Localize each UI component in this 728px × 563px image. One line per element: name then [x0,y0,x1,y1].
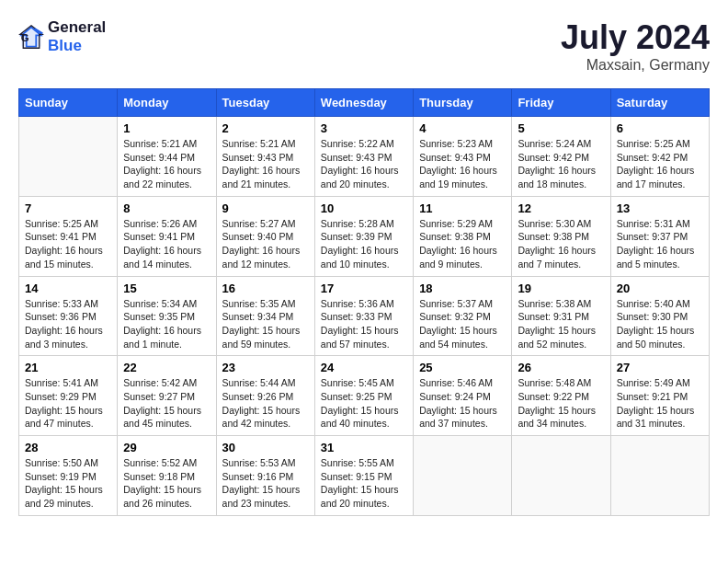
day-number: 4 [419,121,506,135]
month-title: July 2024 [561,18,710,57]
day-number: 7 [25,201,111,215]
day-number: 9 [222,201,309,215]
day-number: 31 [321,441,407,454]
day-info: Sunrise: 5:37 AM Sunset: 9:32 PM Dayligh… [419,297,506,351]
weekday-header-sunday: Sunday [19,89,118,117]
day-number: 1 [123,121,210,135]
day-info: Sunrise: 5:49 AM Sunset: 9:21 PM Dayligh… [617,376,703,431]
calendar-cell: 12Sunrise: 5:30 AM Sunset: 9:38 PM Dayli… [512,196,610,276]
day-info: Sunrise: 5:48 AM Sunset: 9:22 PM Dayligh… [518,376,604,431]
day-info: Sunrise: 5:26 AM Sunset: 9:41 PM Dayligh… [123,217,210,271]
day-info: Sunrise: 5:29 AM Sunset: 9:38 PM Dayligh… [419,217,506,271]
calendar-cell: 28Sunrise: 5:50 AM Sunset: 9:19 PM Dayli… [19,436,118,516]
page-header: G General Blue July 2024 Maxsain, German… [18,18,710,74]
calendar-cell: 1Sunrise: 5:21 AM Sunset: 9:44 PM Daylig… [118,117,216,197]
weekday-header-thursday: Thursday [414,89,512,117]
calendar-table: SundayMondayTuesdayWednesdayThursdayFrid… [18,88,710,516]
calendar-cell: 30Sunrise: 5:53 AM Sunset: 9:16 PM Dayli… [216,436,314,516]
calendar-week-1: 1Sunrise: 5:21 AM Sunset: 9:44 PM Daylig… [19,117,710,197]
logo: G General Blue [18,18,106,54]
day-info: Sunrise: 5:25 AM Sunset: 9:42 PM Dayligh… [617,137,703,191]
day-number: 23 [222,361,309,374]
calendar-week-2: 7Sunrise: 5:25 AM Sunset: 9:41 PM Daylig… [19,196,710,276]
day-info: Sunrise: 5:42 AM Sunset: 9:27 PM Dayligh… [123,376,210,431]
calendar-cell: 19Sunrise: 5:38 AM Sunset: 9:31 PM Dayli… [512,276,610,356]
calendar-cell [19,117,118,197]
day-info: Sunrise: 5:40 AM Sunset: 9:30 PM Dayligh… [617,297,703,351]
calendar-cell: 3Sunrise: 5:22 AM Sunset: 9:43 PM Daylig… [314,117,413,197]
day-number: 10 [321,201,407,215]
logo-icon: G [18,24,44,50]
weekday-header-wednesday: Wednesday [314,89,413,117]
day-info: Sunrise: 5:21 AM Sunset: 9:44 PM Dayligh… [123,137,210,191]
calendar-cell: 22Sunrise: 5:42 AM Sunset: 9:27 PM Dayli… [118,356,216,436]
calendar-cell: 17Sunrise: 5:36 AM Sunset: 9:33 PM Dayli… [314,276,413,356]
calendar-cell: 25Sunrise: 5:46 AM Sunset: 9:24 PM Dayli… [414,356,512,436]
day-info: Sunrise: 5:21 AM Sunset: 9:43 PM Dayligh… [222,137,309,191]
calendar-cell: 31Sunrise: 5:55 AM Sunset: 9:15 PM Dayli… [314,436,413,516]
calendar-cell: 10Sunrise: 5:28 AM Sunset: 9:39 PM Dayli… [314,196,413,276]
day-number: 18 [419,282,506,295]
day-info: Sunrise: 5:52 AM Sunset: 9:18 PM Dayligh… [123,456,210,511]
day-info: Sunrise: 5:34 AM Sunset: 9:35 PM Dayligh… [123,297,210,351]
location-title: Maxsain, Germany [561,57,710,74]
calendar-cell: 16Sunrise: 5:35 AM Sunset: 9:34 PM Dayli… [216,276,314,356]
day-info: Sunrise: 5:41 AM Sunset: 9:29 PM Dayligh… [25,376,111,431]
calendar-body: 1Sunrise: 5:21 AM Sunset: 9:44 PM Daylig… [19,117,710,516]
day-info: Sunrise: 5:50 AM Sunset: 9:19 PM Dayligh… [25,456,111,511]
calendar-cell: 6Sunrise: 5:25 AM Sunset: 9:42 PM Daylig… [610,117,709,197]
calendar-cell: 20Sunrise: 5:40 AM Sunset: 9:30 PM Dayli… [610,276,709,356]
calendar-cell: 23Sunrise: 5:44 AM Sunset: 9:26 PM Dayli… [216,356,314,436]
calendar-cell: 5Sunrise: 5:24 AM Sunset: 9:42 PM Daylig… [512,117,610,197]
day-info: Sunrise: 5:25 AM Sunset: 9:41 PM Dayligh… [25,217,111,271]
calendar-cell: 7Sunrise: 5:25 AM Sunset: 9:41 PM Daylig… [19,196,118,276]
calendar-week-3: 14Sunrise: 5:33 AM Sunset: 9:36 PM Dayli… [19,276,710,356]
day-number: 16 [222,282,309,295]
calendar-cell [610,436,709,516]
weekday-header-friday: Friday [512,89,610,117]
day-info: Sunrise: 5:24 AM Sunset: 9:42 PM Dayligh… [518,137,604,191]
day-number: 2 [222,121,309,135]
calendar-cell: 18Sunrise: 5:37 AM Sunset: 9:32 PM Dayli… [414,276,512,356]
day-number: 17 [321,282,407,295]
day-info: Sunrise: 5:45 AM Sunset: 9:25 PM Dayligh… [321,376,407,431]
weekday-header-row: SundayMondayTuesdayWednesdayThursdayFrid… [19,89,710,117]
logo-general: General [48,18,106,36]
calendar-cell: 9Sunrise: 5:27 AM Sunset: 9:40 PM Daylig… [216,196,314,276]
day-info: Sunrise: 5:33 AM Sunset: 9:36 PM Dayligh… [25,297,111,351]
weekday-header-saturday: Saturday [610,89,709,117]
calendar-cell [512,436,610,516]
logo-blue: Blue [48,37,82,54]
day-info: Sunrise: 5:36 AM Sunset: 9:33 PM Dayligh… [321,297,407,351]
calendar-cell: 27Sunrise: 5:49 AM Sunset: 9:21 PM Dayli… [610,356,709,436]
day-number: 30 [222,441,309,454]
day-info: Sunrise: 5:23 AM Sunset: 9:43 PM Dayligh… [419,137,506,191]
day-number: 8 [123,201,210,215]
day-number: 6 [617,121,703,135]
day-info: Sunrise: 5:30 AM Sunset: 9:38 PM Dayligh… [518,217,604,271]
day-number: 28 [25,441,111,454]
day-number: 19 [518,282,604,295]
weekday-header-tuesday: Tuesday [216,89,314,117]
day-number: 27 [617,361,703,374]
day-info: Sunrise: 5:53 AM Sunset: 9:16 PM Dayligh… [222,456,309,511]
weekday-header-monday: Monday [118,89,216,117]
day-info: Sunrise: 5:38 AM Sunset: 9:31 PM Dayligh… [518,297,604,351]
day-info: Sunrise: 5:22 AM Sunset: 9:43 PM Dayligh… [321,137,407,191]
title-block: July 2024 Maxsain, Germany [561,18,710,74]
day-number: 15 [123,282,210,295]
day-info: Sunrise: 5:31 AM Sunset: 9:37 PM Dayligh… [617,217,703,271]
calendar-cell: 24Sunrise: 5:45 AM Sunset: 9:25 PM Dayli… [314,356,413,436]
calendar-cell [414,436,512,516]
day-number: 14 [25,282,111,295]
day-number: 26 [518,361,604,374]
calendar-cell: 15Sunrise: 5:34 AM Sunset: 9:35 PM Dayli… [118,276,216,356]
calendar-header: SundayMondayTuesdayWednesdayThursdayFrid… [19,89,710,117]
day-info: Sunrise: 5:35 AM Sunset: 9:34 PM Dayligh… [222,297,309,351]
day-number: 20 [617,282,703,295]
calendar-cell: 26Sunrise: 5:48 AM Sunset: 9:22 PM Dayli… [512,356,610,436]
day-info: Sunrise: 5:28 AM Sunset: 9:39 PM Dayligh… [321,217,407,271]
day-info: Sunrise: 5:46 AM Sunset: 9:24 PM Dayligh… [419,376,506,431]
day-info: Sunrise: 5:27 AM Sunset: 9:40 PM Dayligh… [222,217,309,271]
day-number: 24 [321,361,407,374]
